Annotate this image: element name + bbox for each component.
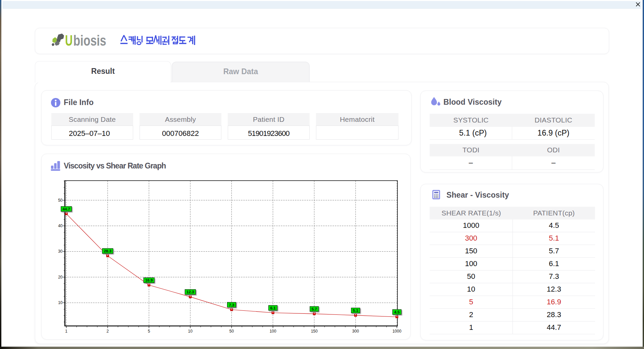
svg-text:20: 20	[58, 275, 63, 280]
svg-text:4.5: 4.5	[394, 310, 400, 314]
svg-text:100: 100	[270, 329, 276, 334]
svg-text:300: 300	[352, 329, 359, 334]
svg-text:50: 50	[229, 329, 234, 334]
svg-text:10: 10	[58, 300, 63, 305]
svg-text:1: 1	[65, 329, 67, 334]
svg-text:biosis: biosis	[73, 33, 106, 48]
svg-text:5: 5	[148, 329, 150, 334]
svg-text:5.1: 5.1	[353, 308, 359, 312]
svg-text:150: 150	[311, 329, 318, 334]
svg-text:44.7: 44.7	[63, 207, 70, 211]
svg-text:6.1: 6.1	[270, 306, 276, 310]
svg-text:28.3: 28.3	[104, 249, 111, 253]
svg-text:10: 10	[188, 329, 193, 334]
svg-text:30: 30	[58, 249, 63, 254]
svg-text:7.3: 7.3	[229, 303, 234, 307]
svg-text:2: 2	[107, 329, 109, 334]
svg-text:40: 40	[58, 223, 63, 228]
svg-text:U: U	[65, 33, 73, 48]
svg-text:5.7: 5.7	[312, 307, 317, 311]
svg-text:1000: 1000	[392, 329, 401, 334]
svg-text:16.9: 16.9	[145, 278, 153, 282]
svg-text:12.3: 12.3	[186, 290, 194, 294]
svg-text:50: 50	[58, 198, 63, 203]
